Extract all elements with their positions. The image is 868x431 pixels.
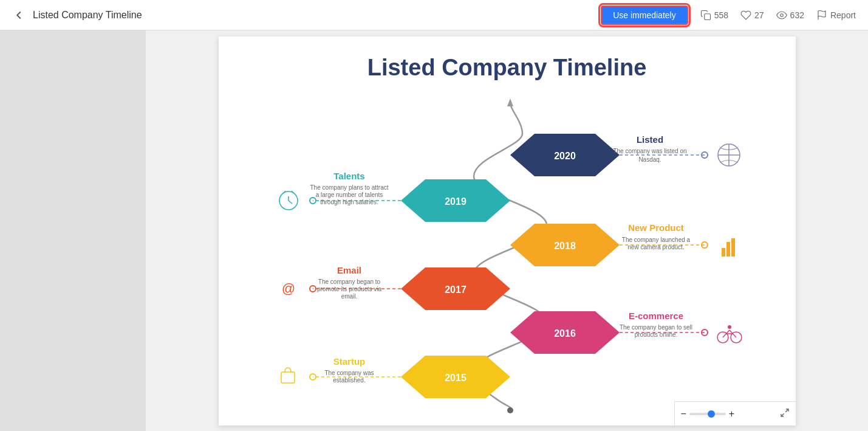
svg-text:The company was: The company was bbox=[324, 370, 374, 376]
views-stat: 632 bbox=[776, 10, 804, 21]
svg-text:E-commerce: E-commerce bbox=[628, 311, 683, 321]
svg-text:established.: established. bbox=[333, 377, 365, 384]
zoom-thumb bbox=[708, 410, 715, 418]
use-immediately-button[interactable]: Use immediately bbox=[601, 5, 688, 25]
copies-stat: 558 bbox=[700, 10, 728, 21]
likes-stat: 27 bbox=[740, 10, 764, 21]
svg-text:through high salaries.: through high salaries. bbox=[320, 199, 378, 205]
report-stat[interactable]: Report bbox=[816, 10, 856, 21]
svg-point-1 bbox=[780, 13, 783, 16]
copies-count: 558 bbox=[714, 10, 728, 20]
svg-text:2016: 2016 bbox=[554, 328, 576, 339]
zoom-out-button[interactable]: − bbox=[681, 409, 686, 419]
zoom-bar: − + bbox=[674, 401, 796, 426]
svg-text:email.: email. bbox=[341, 293, 357, 300]
svg-text:Nasdaq.: Nasdaq. bbox=[638, 156, 661, 163]
svg-marker-3 bbox=[507, 98, 513, 106]
svg-text:@: @ bbox=[281, 281, 295, 296]
svg-line-69 bbox=[781, 413, 784, 416]
zoom-slider[interactable] bbox=[689, 413, 726, 415]
svg-point-4 bbox=[507, 407, 513, 413]
page-title: Listed Company Timeline bbox=[33, 10, 601, 21]
svg-text:2017: 2017 bbox=[445, 284, 466, 295]
header: Listed Company Timeline Use immediately … bbox=[0, 0, 868, 30]
svg-text:products online.: products online. bbox=[634, 331, 677, 338]
svg-text:The company plans to attract: The company plans to attract bbox=[310, 184, 388, 191]
svg-text:Listed: Listed bbox=[636, 134, 663, 145]
svg-text:a large number of talents: a large number of talents bbox=[315, 191, 383, 198]
svg-text:2015: 2015 bbox=[445, 373, 466, 383]
svg-text:Talents: Talents bbox=[333, 171, 364, 181]
views-count: 632 bbox=[790, 10, 804, 20]
svg-rect-39 bbox=[726, 242, 730, 257]
likes-count: 27 bbox=[754, 10, 764, 20]
svg-text:New Product: New Product bbox=[628, 222, 684, 233]
canvas-area: Listed Company Timeline 2020 2019 2018 bbox=[146, 30, 868, 431]
slide-container: Listed Company Timeline 2020 2019 2018 bbox=[219, 36, 796, 426]
svg-rect-0 bbox=[704, 13, 710, 19]
svg-text:2020: 2020 bbox=[554, 151, 576, 161]
svg-rect-38 bbox=[722, 248, 725, 257]
svg-text:promote its products via: promote its products via bbox=[316, 286, 381, 292]
zoom-in-button[interactable]: + bbox=[729, 409, 734, 419]
timeline-svg: 2020 2019 2018 2017 2016 2015 bbox=[219, 85, 796, 426]
svg-rect-64 bbox=[281, 372, 295, 383]
svg-text:new camera product.: new camera product. bbox=[627, 244, 684, 250]
svg-text:Email: Email bbox=[337, 265, 361, 275]
svg-text:Startup: Startup bbox=[333, 356, 365, 367]
report-label: Report bbox=[830, 10, 856, 20]
svg-text:The company launched a: The company launched a bbox=[621, 236, 690, 243]
svg-text:The company began to sell: The company began to sell bbox=[619, 324, 692, 331]
header-actions: Use immediately 558 27 632 bbox=[601, 5, 856, 25]
main-content: Listed Company Timeline 2020 2019 2018 bbox=[0, 30, 868, 431]
sidebar-left bbox=[0, 30, 146, 431]
svg-text:The company began to: The company began to bbox=[318, 278, 380, 285]
svg-text:2019: 2019 bbox=[445, 196, 466, 207]
svg-line-68 bbox=[785, 409, 788, 412]
fullscreen-button[interactable] bbox=[780, 408, 790, 419]
svg-line-29 bbox=[289, 201, 292, 204]
slide-title: Listed Company Timeline bbox=[219, 55, 796, 81]
svg-text:2018: 2018 bbox=[554, 241, 576, 251]
back-button[interactable] bbox=[12, 9, 26, 22]
svg-point-58 bbox=[728, 325, 731, 329]
svg-text:The company was listed on: The company was listed on bbox=[613, 148, 686, 154]
svg-rect-40 bbox=[731, 238, 735, 257]
zoom-controls: − + bbox=[681, 409, 735, 419]
